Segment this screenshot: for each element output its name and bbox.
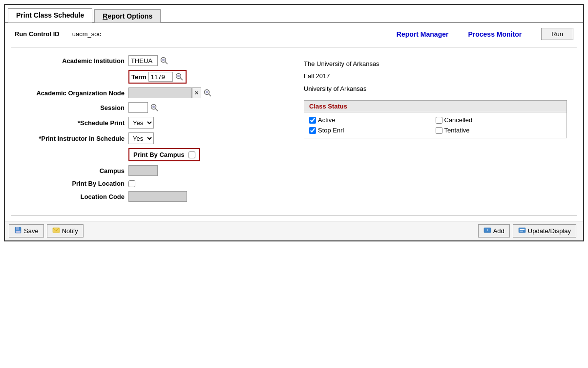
status-stop-enrl: Stop Enrl (309, 127, 436, 134)
schedule-print-label: *Schedule Print (21, 119, 128, 127)
status-active-label: Active (318, 116, 335, 124)
org-node-label: Academic Organization Node (21, 89, 128, 97)
org-node-clear-button[interactable]: ✕ (192, 87, 201, 98)
tab-bar: Print Class Schedule Report Options (5, 5, 583, 23)
campus-row: Campus (21, 165, 294, 176)
session-input[interactable] (128, 102, 148, 113)
tab-print-class-schedule[interactable]: Print Class Schedule (8, 8, 92, 22)
academic-institution-label: Academic Institution (21, 57, 128, 65)
svg-rect-18 (519, 228, 525, 233)
class-status-header: Class Status (304, 101, 567, 112)
term-desc-text: Fall 2017 (304, 72, 330, 80)
academic-institution-input[interactable] (128, 55, 158, 66)
status-stop-enrl-label: Stop Enrl (318, 127, 344, 134)
class-status-box: Class Status Active Cancelled Stop En (304, 100, 567, 138)
print-by-campus-row: Print By Campus (21, 148, 294, 161)
right-col: The University of Arkansas Fall 2017 Uni… (294, 55, 567, 206)
status-tentative: Tentative (436, 127, 562, 134)
class-status-body: Active Cancelled Stop Enrl Tentativ (304, 112, 567, 138)
svg-rect-20 (520, 231, 523, 232)
svg-rect-13 (16, 227, 19, 230)
status-active-checkbox[interactable] (309, 117, 316, 124)
term-desc: Fall 2017 (304, 70, 567, 82)
run-control-label: Run Control ID (15, 30, 60, 38)
print-by-location-checkbox[interactable] (128, 180, 135, 187)
notify-button[interactable]: Notify (47, 224, 84, 238)
run-button[interactable]: Run (541, 28, 573, 40)
svg-point-11 (152, 106, 155, 108)
svg-line-1 (166, 62, 168, 65)
term-search-icon[interactable] (175, 72, 184, 81)
save-icon (14, 226, 22, 236)
status-cancelled-checkbox[interactable] (436, 117, 442, 124)
bottom-bar: Save Notify + Add (5, 221, 583, 240)
schedule-print-row: *Schedule Print Yes No (21, 117, 294, 129)
term-field-group: Term (128, 70, 187, 84)
institution-desc-text: The University of Arkansas (304, 60, 379, 67)
content-box: Academic Institution Term (11, 47, 577, 216)
term-label: Term (131, 73, 147, 81)
term-row: Term (21, 70, 294, 84)
svg-point-8 (206, 91, 208, 93)
save-label: Save (24, 227, 39, 235)
report-manager-link[interactable]: Report Manager (397, 30, 449, 38)
svg-line-7 (209, 94, 211, 97)
status-tentative-label: Tentative (444, 127, 470, 134)
print-instructor-label: *Print Instructor in Schedule (21, 135, 128, 142)
add-label: Add (493, 227, 504, 235)
svg-point-2 (162, 59, 165, 61)
print-by-location-row: Print By Location (21, 180, 294, 187)
main-window: Print Class Schedule Report Options Run … (4, 4, 584, 241)
term-input[interactable] (148, 72, 173, 82)
status-cancelled: Cancelled (436, 116, 562, 124)
campus-label: Campus (21, 167, 128, 174)
org-node-desc-text: University of Arkansas (304, 85, 367, 92)
status-tentative-checkbox[interactable] (436, 127, 442, 134)
svg-text:+: + (486, 228, 488, 233)
location-code-label: Location Code (21, 193, 128, 200)
session-row: Session (21, 102, 294, 113)
print-instructor-select[interactable]: Yes No (128, 132, 154, 144)
location-code-row: Location Code (21, 191, 294, 202)
update-display-label: Update/Display (528, 227, 571, 235)
add-button[interactable]: + Add (478, 224, 510, 238)
svg-rect-14 (16, 231, 21, 233)
status-stop-enrl-checkbox[interactable] (309, 127, 316, 134)
process-monitor-link[interactable]: Process Monitor (468, 30, 522, 38)
print-by-location-label: Print By Location (21, 180, 128, 187)
org-node-desc: University of Arkansas (304, 83, 567, 94)
academic-institution-search-icon[interactable] (160, 56, 168, 65)
campus-input[interactable] (128, 165, 158, 176)
notify-icon (52, 226, 60, 236)
status-cancelled-label: Cancelled (444, 116, 473, 124)
run-control-value: uacm_soc (72, 30, 101, 38)
schedule-print-select[interactable]: Yes No (128, 117, 154, 129)
tab-report-options-label: Report Options (103, 12, 152, 20)
update-display-icon (518, 226, 526, 236)
add-icon: + (483, 226, 491, 236)
svg-line-10 (156, 109, 158, 111)
org-node-input[interactable] (128, 87, 192, 98)
org-node-group: ✕ (128, 87, 212, 98)
org-node-row: Academic Organization Node ✕ (21, 87, 294, 98)
academic-institution-row: Academic Institution (21, 55, 294, 66)
save-button[interactable]: Save (9, 224, 44, 238)
svg-point-5 (177, 75, 180, 77)
print-instructor-row: *Print Instructor in Schedule Yes No (21, 132, 294, 144)
org-node-search-icon[interactable] (203, 88, 212, 97)
svg-line-4 (180, 78, 183, 81)
location-code-input[interactable] (128, 191, 187, 202)
svg-rect-19 (520, 229, 525, 230)
session-label: Session (21, 104, 128, 111)
left-col: Academic Institution Term (21, 55, 294, 206)
header-row: Run Control ID uacm_soc Report Manager P… (5, 23, 583, 45)
tab-report-options[interactable]: Report Options (94, 9, 161, 22)
update-display-button[interactable]: Update/Display (513, 224, 576, 238)
main-grid: Academic Institution Term (21, 55, 567, 206)
notify-label: Notify (62, 227, 78, 235)
print-by-campus-label: Print By Campus (133, 151, 185, 158)
print-by-campus-checkbox[interactable] (189, 152, 195, 158)
print-by-campus-group: Print By Campus (128, 148, 200, 161)
tab-print-class-schedule-label: Print Class Schedule (16, 11, 84, 19)
session-search-icon[interactable] (150, 103, 159, 112)
